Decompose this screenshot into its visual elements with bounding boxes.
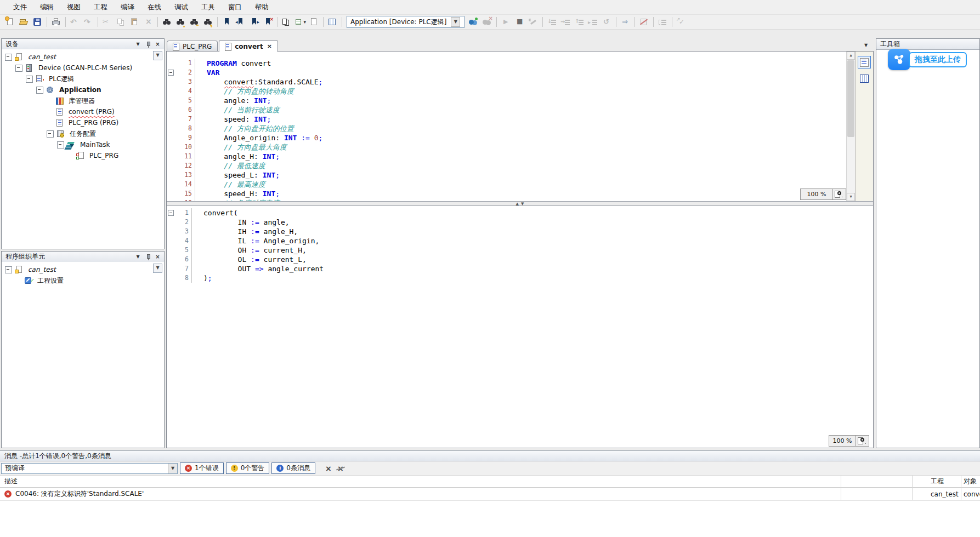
tree-item-maintask-plc-prg[interactable]: PLC_PRG <box>2 150 164 161</box>
print-icon[interactable] <box>49 15 63 28</box>
replace-in-project-icon[interactable] <box>201 15 215 28</box>
tree-item-device-gcan-plc-m[interactable]: Device (GCAN-PLC-M Series) <box>2 62 164 73</box>
single-cycle-icon[interactable] <box>526 15 540 28</box>
delete-icon[interactable] <box>141 15 155 28</box>
menu-item-online[interactable]: 在线 <box>141 1 168 14</box>
clear-message-icon[interactable]: × <box>323 465 334 472</box>
menu-item-help[interactable]: 帮助 <box>248 1 275 14</box>
declaration-line-9[interactable]: 9 Angle_origin: INT := 0; <box>167 133 847 142</box>
column-divider[interactable] <box>841 476 841 500</box>
declaration-line-4[interactable]: 4 // 方向盘的转动角度 <box>167 87 847 96</box>
replace-icon[interactable] <box>174 15 188 28</box>
declaration-zoom-icon[interactable] <box>832 188 846 200</box>
declaration-line-3[interactable]: 3 convert:Standard.SCALE; <box>167 77 847 87</box>
implementation-line-2[interactable]: 2 IN := angle, <box>167 218 847 227</box>
declaration-line-8[interactable]: 8 // 方向盘开始的位置 <box>167 124 847 133</box>
declaration-line-15[interactable]: 15 speed_H: INT; <box>167 189 847 198</box>
start-icon[interactable] <box>499 15 513 28</box>
tab-plc-prg[interactable]: PLC_PRG <box>167 41 218 52</box>
combo-dropdown-icon[interactable]: ▼ <box>451 17 460 27</box>
input-assistant-dropdown-icon[interactable] <box>293 15 307 28</box>
menu-item-window[interactable]: 窗口 <box>222 1 248 14</box>
multi-copy-icon[interactable] <box>280 15 293 28</box>
menu-item-edit[interactable]: 编辑 <box>33 1 60 14</box>
declaration-line-2[interactable]: 2VAR <box>167 68 847 77</box>
menu-item-project[interactable]: 工程 <box>87 1 114 14</box>
pous-close-icon[interactable]: × <box>154 253 162 261</box>
implementation-line-3[interactable]: 3 IH := angle_H, <box>167 227 847 236</box>
tree-item-project-settings[interactable]: 工程设置 <box>2 275 164 286</box>
next-bookmark-icon[interactable] <box>247 15 261 28</box>
find-icon[interactable] <box>160 15 174 28</box>
find-in-project-icon[interactable] <box>188 15 201 28</box>
editor-splitter[interactable]: ▲ ▼ <box>167 201 873 206</box>
declaration-line-1[interactable]: 1PROGRAM convert <box>167 59 847 68</box>
column-divider[interactable] <box>912 476 913 500</box>
clear-all-messages-icon[interactable]: × <box>335 465 346 472</box>
tree-item-project-can-test[interactable]: can_test <box>2 264 164 275</box>
column-description[interactable]: 描述 <box>0 477 841 486</box>
open-project-icon[interactable] <box>17 15 31 28</box>
tree-item-plc-logic[interactable]: PLC逻辑 <box>2 73 164 84</box>
declaration-line-5[interactable]: 5 angle: INT; <box>167 96 847 105</box>
scroll-down-icon[interactable]: ▼ <box>847 193 855 201</box>
declaration-zoom-level[interactable]: 100 % <box>800 188 833 200</box>
devices-dropdown-icon[interactable]: ▼ <box>134 41 142 48</box>
declaration-scrollbar[interactable]: ▲ ▼ <box>846 52 855 201</box>
column-object[interactable]: 对象 <box>961 477 980 486</box>
tree-item-pou-convert[interactable]: convert (PRG) <box>2 106 164 117</box>
column-project[interactable]: 工程 <box>912 477 961 486</box>
previous-bookmark-icon[interactable] <box>234 15 247 28</box>
devices-close-icon[interactable]: × <box>154 41 162 48</box>
device-grid-icon[interactable] <box>326 15 339 28</box>
reset-icon[interactable] <box>600 15 614 28</box>
redo-icon[interactable] <box>82 15 95 28</box>
declaration-line-6[interactable]: 6 // 当前行驶速度 <box>167 105 847 115</box>
force-values-icon[interactable] <box>637 15 651 28</box>
build-check-icon[interactable] <box>675 15 688 28</box>
message-category-combo[interactable]: 预编译 ▼ <box>1 463 178 474</box>
warnings-filter-button[interactable]: ! 0个警告 <box>226 462 270 474</box>
tab-list-dropdown-icon[interactable]: ▼ <box>862 42 870 49</box>
declaration-line-7[interactable]: 7 speed: INT; <box>167 115 847 124</box>
tree-item-pou-plc-prg[interactable]: PLC_PRG (PRG) <box>2 117 164 128</box>
next-statement-icon[interactable] <box>619 15 632 28</box>
tree-item-library-manager[interactable]: 库管理器 <box>2 95 164 106</box>
devices-pin-icon[interactable] <box>144 41 152 48</box>
implementation-line-1[interactable]: 1convert( <box>167 208 847 218</box>
tab-convert[interactable]: convert× <box>219 40 278 52</box>
declaration-line-13[interactable]: 13 speed_L: INT; <box>167 170 847 180</box>
tree-item-application[interactable]: Application <box>2 84 164 95</box>
run-to-cursor-icon[interactable] <box>586 15 600 28</box>
save-project-icon[interactable] <box>31 15 44 28</box>
step-into-icon[interactable] <box>559 15 573 28</box>
flow-control-icon[interactable] <box>656 15 670 28</box>
cut-icon[interactable] <box>100 15 114 28</box>
implementation-line-5[interactable]: 5 OH := current_H, <box>167 245 847 255</box>
copy-icon[interactable] <box>114 15 128 28</box>
tree-item-maintask[interactable]: MainTask <box>2 139 164 150</box>
drag-upload-widget[interactable]: 拖拽至此上传 <box>888 49 967 70</box>
tabular-view-button[interactable] <box>858 72 871 85</box>
declaration-line-12[interactable]: 12 // 最低速度 <box>167 161 847 170</box>
tab-close-icon[interactable]: × <box>267 43 272 49</box>
tree-item-project-can-test[interactable]: can_test <box>2 52 164 62</box>
active-application-combo[interactable]: Application [Device: PLC逻辑]▼ <box>347 16 464 28</box>
step-over-icon[interactable] <box>545 15 559 28</box>
step-out-icon[interactable] <box>573 15 586 28</box>
pous-pin-icon[interactable] <box>144 253 152 261</box>
implementation-line-7[interactable]: 7 OUT => angle_current <box>167 264 847 273</box>
implementation-line-6[interactable]: 6 OL := current_L, <box>167 255 847 264</box>
implementation-editor[interactable]: 1convert(2 IN := angle,3 IH := angle_H,4… <box>167 206 873 448</box>
implementation-zoom-level[interactable]: 100 % <box>829 435 856 447</box>
combo-dropdown-icon[interactable]: ▼ <box>168 464 177 473</box>
menu-item-tools[interactable]: 工具 <box>195 1 222 14</box>
menu-item-build[interactable]: 编译 <box>114 1 141 14</box>
stop-icon[interactable] <box>513 15 526 28</box>
new-project-icon[interactable] <box>3 15 17 28</box>
devices-tree-dropdown-button[interactable]: ▼ <box>153 51 162 60</box>
netdisk-cloud-icon[interactable] <box>888 49 910 70</box>
errors-filter-button[interactable]: × 1个错误 <box>180 462 224 474</box>
implementation-line-4[interactable]: 4 IL := Angle_origin, <box>167 236 847 245</box>
paste-icon[interactable] <box>128 15 141 28</box>
